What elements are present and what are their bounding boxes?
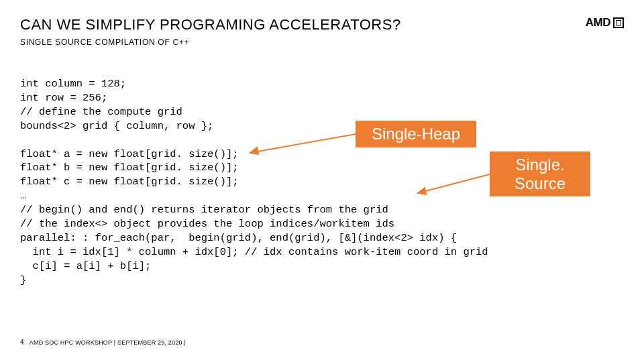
code-line: int i = idx[1] * column + idx[0]; // idx… — [20, 246, 488, 258]
slide-footer: 4 AMD SOC HPC WORKSHOP | SEPTEMBER 29, 2… — [20, 339, 186, 346]
arrow-heap-icon — [245, 133, 359, 160]
footer-text: AMD SOC HPC WORKSHOP | SEPTEMBER 29, 202… — [30, 339, 186, 346]
code-line: int column = 128; — [20, 78, 126, 90]
code-line: float* a = new float[grid. size()]; — [20, 148, 239, 160]
callout-text-line1: Single. — [515, 156, 564, 174]
slide-subtitle: SINGLE SOURCE COMPILATION OF C++ — [20, 38, 624, 47]
code-line: // the index<> object provides the loop … — [20, 218, 394, 230]
code-line: … — [20, 190, 26, 202]
svg-line-0 — [250, 134, 356, 153]
code-line: c[i] = a[i] + b[i]; — [20, 260, 151, 272]
svg-marker-3 — [418, 188, 426, 194]
svg-line-2 — [418, 174, 490, 193]
callout-single-source: Single. Source — [490, 152, 590, 196]
arrow-source-icon — [413, 173, 493, 200]
code-line: } — [20, 274, 26, 286]
code-line: bounds<2> grid { column, row }; — [20, 120, 213, 132]
code-line: // define the compute grid — [20, 106, 182, 118]
callout-single-heap: Single-Heap — [356, 121, 476, 147]
code-line: parallel: : for_each(par, begin(grid), e… — [20, 232, 457, 244]
slide-title: CAN WE SIMPLIFY PROGRAMING ACCELERATORS? — [20, 16, 624, 34]
logo-text: AMD — [586, 16, 610, 29]
slide: AMD CAN WE SIMPLIFY PROGRAMING ACCELERAT… — [0, 0, 644, 362]
page-number: 4 — [20, 339, 24, 346]
code-line: // begin() and end() returns iterator ob… — [20, 204, 388, 216]
logo-mark-icon — [613, 17, 624, 28]
callout-text-line2: Source — [515, 174, 566, 192]
svg-marker-1 — [250, 147, 258, 154]
callout-text: Single-Heap — [372, 125, 460, 143]
code-line: int row = 256; — [20, 92, 107, 104]
amd-logo: AMD — [586, 16, 624, 29]
code-line: float* b = new float[grid. size()]; — [20, 162, 239, 174]
code-line: float* c = new float[grid. size()]; — [20, 176, 239, 188]
